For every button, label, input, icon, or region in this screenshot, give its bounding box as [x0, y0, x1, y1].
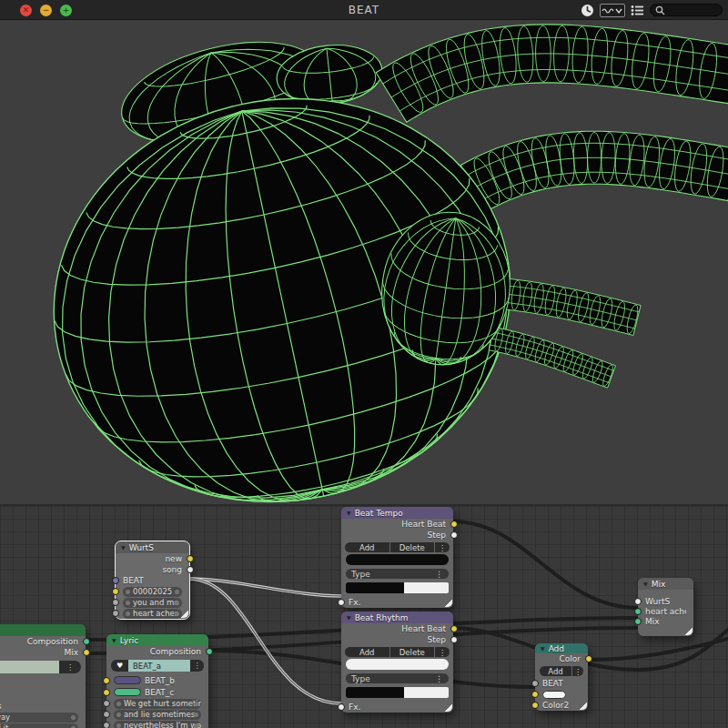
- socket-heartbeat-out[interactable]: [450, 521, 458, 528]
- socket-composition-out[interactable]: [206, 648, 213, 655]
- delete-button[interactable]: Delete: [390, 647, 435, 657]
- menu-icon[interactable]: ⋮: [572, 666, 583, 676]
- socket-step-out[interactable]: [450, 531, 458, 539]
- menu-icon[interactable]: ⋮: [59, 661, 81, 673]
- lyric-pill[interactable]: it, pursued it: [0, 723, 78, 728]
- node-editor[interactable]: Composition Mix ⋮ BEAT_b BEAT_c BEAT_cho…: [0, 504, 728, 728]
- color-swatch[interactable]: [114, 676, 141, 684]
- lyric-pill[interactable]: We get hurt sometimes: [114, 699, 201, 709]
- progress-bar[interactable]: [346, 687, 449, 698]
- node-mix[interactable]: ▼ Mix WurtS heart ache Mix: [638, 578, 693, 636]
- socket-mix-out[interactable]: [83, 649, 90, 656]
- node-title: Lyric: [120, 636, 139, 645]
- socket-in[interactable]: [112, 610, 119, 617]
- resize-grip[interactable]: [683, 626, 693, 635]
- socket-beat-in[interactable]: [531, 680, 539, 687]
- node-add[interactable]: ▼ Add Color Add ⋮ BEAT Color2: [535, 643, 588, 711]
- color-swatch[interactable]: [542, 691, 566, 699]
- minimize-button[interactable]: −: [40, 5, 52, 16]
- menu-icon[interactable]: ⋮: [435, 542, 450, 552]
- maximize-button[interactable]: +: [60, 5, 72, 16]
- menu-icon[interactable]: ⋮: [190, 660, 204, 672]
- lyric-pill[interactable]: hear faraway: [0, 713, 78, 723]
- socket-heartbeat-out[interactable]: [450, 625, 458, 632]
- socket-wurts-in[interactable]: [634, 598, 642, 605]
- socket-heartache-in[interactable]: [634, 608, 642, 615]
- node-wurts[interactable]: ▼ WurtS new song BEAT 00002025 you and m…: [116, 541, 189, 619]
- value-pill[interactable]: 00002025: [123, 587, 182, 597]
- value-pill[interactable]: you and me: [123, 598, 182, 608]
- collapse-icon[interactable]: ▼: [347, 614, 351, 621]
- lyric-pill[interactable]: nevertheless I'm waiting: [114, 721, 201, 728]
- socket-fx-in[interactable]: [338, 599, 345, 606]
- socket-color-out[interactable]: [585, 655, 592, 662]
- value-pill[interactable]: heart aches: [123, 609, 182, 619]
- input-label: Color2: [542, 701, 569, 710]
- node-header[interactable]: [0, 624, 86, 636]
- socket-composition-out[interactable]: [83, 638, 90, 645]
- beat-a-field[interactable]: ♥ BEAT_a ⋮: [111, 660, 204, 672]
- node-lyric[interactable]: ▼ Lyric Composition ♥ BEAT_a ⋮ BEAT_b BE…: [106, 634, 208, 728]
- node-song-bank[interactable]: Composition Mix ⋮ BEAT_b BEAT_c BEAT_cho…: [0, 624, 86, 728]
- socket-in[interactable]: [103, 711, 110, 718]
- type-dropdown[interactable]: Type ⋮: [346, 569, 449, 579]
- menu-icon[interactable]: ⋮: [435, 647, 450, 657]
- fx-label: Fx.: [349, 598, 360, 607]
- output-label: Heart Beat: [401, 520, 446, 529]
- text-field[interactable]: [346, 554, 449, 565]
- resize-grip[interactable]: [443, 703, 452, 712]
- socket-in[interactable]: [103, 722, 110, 728]
- resize-grip[interactable]: [443, 598, 452, 607]
- node-header[interactable]: ▼ Lyric: [106, 634, 208, 646]
- add-button[interactable]: Add: [345, 542, 389, 552]
- delete-button[interactable]: Delete: [390, 542, 435, 552]
- socket-beat-b-in[interactable]: [103, 677, 110, 684]
- collapse-icon[interactable]: ▼: [643, 581, 648, 587]
- add-button[interactable]: Add: [345, 647, 389, 657]
- socket-beat-c-in[interactable]: [103, 689, 110, 696]
- heart-icon[interactable]: ♥: [111, 660, 128, 672]
- color-swatch[interactable]: [114, 688, 141, 696]
- socket-in[interactable]: [112, 599, 119, 606]
- node-header[interactable]: ▼ Beat Tempo: [341, 507, 453, 519]
- node-header[interactable]: ▼ WurtS: [116, 541, 189, 553]
- text-field[interactable]: [346, 659, 449, 670]
- beat-a-value[interactable]: BEAT_a: [128, 660, 190, 672]
- socket-step-out[interactable]: [450, 636, 458, 643]
- search-input[interactable]: [650, 4, 723, 16]
- node-header[interactable]: ▼ Mix: [638, 578, 693, 590]
- socket-beat-in[interactable]: [112, 577, 119, 584]
- songbank-select-field[interactable]: [0, 661, 59, 673]
- list-icon[interactable]: [631, 5, 644, 16]
- clock-icon[interactable]: [581, 4, 594, 17]
- collapse-icon[interactable]: ▼: [541, 645, 545, 652]
- menu-icon: ⋮: [435, 674, 443, 683]
- type-label: Type: [351, 570, 370, 579]
- socket-in[interactable]: [103, 700, 110, 707]
- node-beat-tempo[interactable]: ▼ Beat Tempo Heart Beat Step Add Delete …: [341, 507, 453, 608]
- viewport-3d[interactable]: [0, 20, 728, 504]
- add-dropdown[interactable]: Add: [540, 666, 571, 676]
- socket-song-out[interactable]: [187, 566, 194, 573]
- socket-in[interactable]: [112, 588, 119, 595]
- progress-bar[interactable]: [346, 582, 449, 593]
- socket-fx-in[interactable]: [338, 703, 345, 711]
- node-beat-rhythm[interactable]: ▼ Beat Rhythm Heart Beat Step Add Delete…: [341, 612, 453, 713]
- node-header[interactable]: ▼ Beat Rhythm: [341, 612, 453, 623]
- collapse-icon[interactable]: ▼: [112, 637, 116, 643]
- node-header[interactable]: ▼ Add: [535, 643, 588, 653]
- socket-color2-in[interactable]: [531, 702, 539, 709]
- type-dropdown[interactable]: Type ⋮: [346, 673, 449, 683]
- socket-color1-in[interactable]: [531, 691, 539, 698]
- node-title: Beat Tempo: [355, 509, 403, 518]
- lyric-pill[interactable]: and lie sometimes: [114, 710, 201, 720]
- songbank-select[interactable]: ⋮: [0, 661, 81, 673]
- waveform-dropdown[interactable]: [600, 4, 625, 17]
- socket-mix-in[interactable]: [634, 618, 642, 625]
- collapse-icon[interactable]: ▼: [347, 510, 351, 516]
- close-button[interactable]: ✕: [20, 5, 32, 16]
- socket-new-out[interactable]: [187, 555, 194, 562]
- collapse-icon[interactable]: ▼: [121, 544, 126, 551]
- resize-grip[interactable]: [578, 701, 587, 710]
- resize-grip[interactable]: [179, 609, 188, 618]
